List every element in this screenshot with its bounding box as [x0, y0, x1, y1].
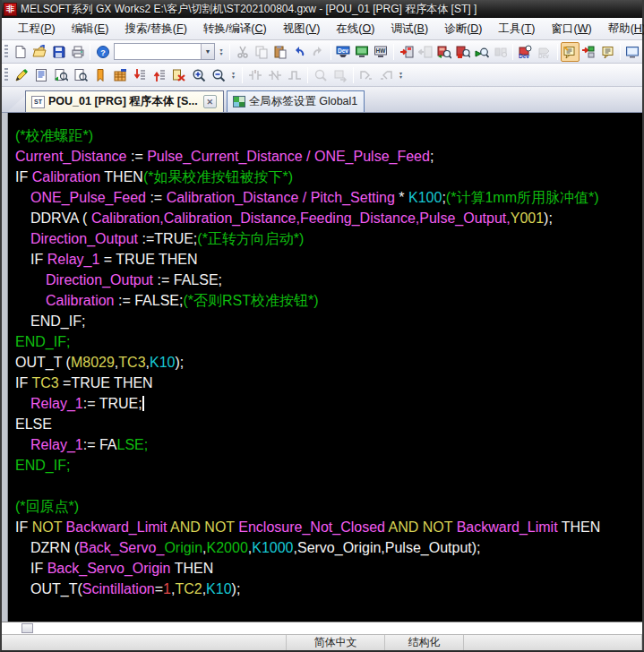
toolbar-overflow-button[interactable]: ▾▾: [217, 43, 227, 61]
code-token: := FALSE;: [153, 272, 222, 287]
menu-online[interactable]: 在线(O): [328, 19, 382, 39]
watch-start-icon[interactable]: [472, 42, 491, 62]
title-bar[interactable]: 非 MELSOFT系列 GX Works2 E:\客户\切割机\ST202100…: [2, 0, 642, 18]
toolbar-overflow-button[interactable]: ▾▾: [396, 66, 406, 84]
ladder-jump-icon: [331, 65, 350, 85]
chevron-down-icon[interactable]: ▼: [201, 44, 214, 59]
code-line[interactable]: END_IF;: [9, 331, 642, 352]
code-token: (*否则RST校准按钮*): [183, 293, 318, 308]
monitor-screen-green-icon[interactable]: [353, 42, 372, 62]
close-tab-icon[interactable]: ✕: [203, 95, 217, 108]
toolbar-separator: [557, 44, 558, 60]
code-line[interactable]: Current_Distance := Pulse_Current_Distan…: [9, 146, 642, 167]
save-icon[interactable]: [49, 42, 68, 62]
gx-works2-window: 非 MELSOFT系列 GX Works2 E:\客户\切割机\ST202100…: [0, 0, 644, 652]
word-find-up-icon[interactable]: [150, 65, 169, 85]
menu-compile[interactable]: 转换/编译(C): [195, 19, 275, 39]
help-icon[interactable]: ?: [93, 42, 112, 62]
combobox-value[interactable]: [115, 44, 201, 59]
find-in-doc-icon[interactable]: [71, 65, 90, 85]
code-line[interactable]: IF Back_Servo_Origin THEN: [24, 558, 642, 579]
code-token: ONE_Pulse_Feed: [30, 190, 146, 205]
ladder-close-contact-icon: [265, 65, 285, 85]
menu-find-replace[interactable]: 搜索/替换(F): [116, 19, 194, 39]
code-token: := FALSE;: [114, 293, 183, 308]
find-replace-next-icon[interactable]: [51, 65, 71, 85]
device-display-dev-icon[interactable]: Dev: [516, 42, 535, 62]
code-line[interactable]: IF Calibration THEN(*如果校准按钮被按下*): [9, 167, 642, 187]
menu-help[interactable]: 帮助(H): [600, 19, 644, 39]
code-token: Calibration_Distance / Pitch_Setting: [167, 190, 395, 205]
code-token: :=TRUE;: [138, 231, 197, 246]
code-token: (*计算1mm所用脉冲值*): [446, 190, 599, 205]
code-line[interactable]: IF TC3 =TRUE THEN: [9, 373, 642, 393]
st-code-area[interactable]: (*校准螺距*)Current_Distance := Pulse_Curren…: [9, 125, 642, 599]
code-line[interactable]: DZRN (Back_Servo_Origin,K2000,K1000,Serv…: [24, 537, 642, 558]
code-token: Relay_1: [47, 252, 100, 267]
code-line[interactable]: ONE_Pulse_Feed := Calibration_Distance /…: [24, 187, 642, 208]
menu-tools[interactable]: 工具(T): [491, 19, 544, 39]
menu-project[interactable]: 工程(P): [10, 19, 64, 39]
code-line[interactable]: OUT_T(Scintillation=1,TC2,K10);: [24, 579, 642, 599]
monitor-window-icon[interactable]: [623, 42, 642, 62]
tab-pou01-st[interactable]: ST POU_01 [PRG] 程序本体 [S... ✕: [25, 90, 224, 112]
io-system-setting-icon[interactable]: HW: [372, 42, 391, 62]
code-line[interactable]: IF Relay_1 = TRUE THEN: [24, 249, 642, 270]
code-line[interactable]: Relay_1:= FALSE;: [24, 434, 642, 455]
menu-debug[interactable]: 调试(B): [382, 19, 436, 39]
menu-view[interactable]: 视图(V): [275, 19, 329, 39]
menu-window[interactable]: 窗口(W): [543, 19, 599, 39]
horizontal-scrollbar[interactable]: [2, 622, 642, 634]
code-line[interactable]: IF NOT Backward_Limit AND NOT Enclosure_…: [9, 517, 642, 537]
menu-diagnostics[interactable]: 诊断(D): [436, 19, 490, 39]
status-left: [2, 635, 287, 650]
bookmark-icon[interactable]: [90, 65, 110, 85]
code-line[interactable]: [9, 476, 642, 496]
code-line[interactable]: END_IF;: [24, 311, 642, 331]
tab-global-label[interactable]: 全局标签设置 Global1: [227, 90, 365, 112]
code-token: :=: [146, 190, 167, 205]
word-find-down-icon[interactable]: [130, 65, 150, 85]
menu-edit[interactable]: 编辑(E): [64, 19, 117, 39]
code-line[interactable]: (*校准螺距*): [9, 125, 642, 146]
code-line[interactable]: END_IF;: [9, 455, 642, 476]
code-token: :=: [127, 149, 148, 164]
new-file-icon[interactable]: [12, 42, 30, 62]
print-icon[interactable]: [68, 42, 87, 62]
code-token: Enclosure_Not_Closed: [238, 519, 385, 535]
read-mode-doc-icon[interactable]: [31, 65, 51, 85]
zoom-out-icon[interactable]: [209, 65, 228, 85]
open-file-icon[interactable]: [30, 42, 49, 62]
toolbar-overflow-button[interactable]: ▾▾: [228, 66, 238, 84]
code-line[interactable]: OUT_T (M8029,TC3,K10);: [9, 352, 642, 373]
device-comment-edit-icon[interactable]: [110, 65, 130, 85]
code-token: Back_Servo_: [79, 540, 164, 555]
edit-mode-pencil-icon[interactable]: [12, 65, 31, 85]
code-line[interactable]: Direction_Output :=TRUE;(*正转方向启动*): [24, 228, 642, 249]
comment-batch-icon[interactable]: [598, 42, 617, 62]
undo-icon[interactable]: [290, 42, 309, 62]
code-token: Pulse_Current_Distance / ONE_Pulse_Feed: [147, 149, 430, 164]
code-line[interactable]: ELSE: [9, 414, 642, 434]
delete-find-icon[interactable]: [169, 65, 189, 85]
code-line[interactable]: (*回原点*): [9, 496, 642, 517]
code-line[interactable]: Relay_1:= TRUE;: [24, 393, 642, 414]
st-code-editor[interactable]: (*校准螺距*)Current_Distance := Pulse_Curren…: [2, 113, 642, 622]
svg-text:Dev: Dev: [338, 47, 348, 53]
write-to-plc-icon[interactable]: [397, 42, 416, 62]
toolbar-combobox[interactable]: ▼: [114, 43, 215, 60]
code-line[interactable]: DDRVA ( Calibration,Calibration_Distance…: [24, 208, 642, 228]
device-comment-dev-icon[interactable]: Dev: [334, 42, 353, 62]
monitor-stop-icon[interactable]: [453, 42, 472, 62]
transfer-setup-icon[interactable]: [580, 42, 598, 62]
code-line[interactable]: Calibration := FALSE;(*否则RST校准按钮*): [39, 290, 642, 311]
status-bar: 简体中文结构化: [2, 634, 642, 650]
editor-margin: [2, 113, 8, 622]
monitor-start-icon[interactable]: [434, 42, 453, 62]
zoom-in-icon[interactable]: [189, 65, 209, 85]
code-line[interactable]: Direction_Output := FALSE;: [39, 270, 642, 290]
code-token: );: [544, 210, 553, 226]
comment-display-icon[interactable]: [561, 42, 580, 62]
hscroll-thumb[interactable]: [21, 623, 33, 633]
paste-icon[interactable]: [271, 42, 290, 62]
